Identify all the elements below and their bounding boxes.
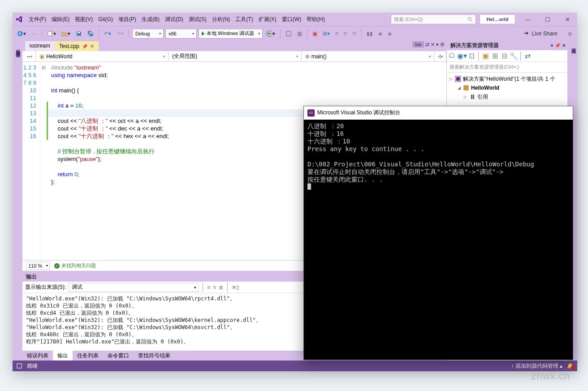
- bottom-tab-查找符号结果[interactable]: 查找符号结果: [134, 351, 175, 361]
- tab-close-icon[interactable]: ✕: [431, 42, 435, 48]
- out-btn-3[interactable]: ≣: [219, 284, 223, 291]
- platform-combo[interactable]: x86: [165, 29, 197, 39]
- status-icon: [16, 363, 22, 369]
- bottom-tab-输出[interactable]: 输出: [53, 351, 73, 361]
- menu-调试(D)[interactable]: 调试(D): [162, 13, 186, 26]
- vs-logo-icon: [13, 16, 26, 23]
- tb-icon-8[interactable]: ▮▮: [365, 28, 375, 39]
- bottom-tab-任务列表[interactable]: 任务列表: [73, 351, 103, 361]
- svg-rect-5: [78, 32, 80, 33]
- doc-tab-iostream[interactable]: iostream: [25, 41, 55, 51]
- tb-icon-6[interactable]: ≡: [342, 28, 349, 39]
- feedback-button[interactable]: ☺: [566, 28, 575, 39]
- live-share-button[interactable]: Live Share: [520, 30, 561, 37]
- sol-project[interactable]: HelloWorld: [471, 83, 499, 92]
- console-title-bar[interactable]: C\ Microsoft Visual Studio 调试控制台: [304, 106, 573, 120]
- sol-tb-4[interactable]: ▣: [481, 52, 489, 60]
- window-controls: — ☐ ✕: [518, 13, 577, 26]
- tab-menu-icon[interactable]: ▾: [436, 42, 439, 48]
- tb-icon-4[interactable]: ⊞▾: [321, 28, 332, 39]
- bottom-tab-命令窗口[interactable]: 命令窗口: [103, 351, 134, 361]
- notification-bell-icon[interactable]: 🔔: [567, 363, 574, 369]
- tab-dropdown-icon[interactable]: ⇄: [425, 42, 429, 48]
- tb-icon-10[interactable]: ◈: [386, 28, 393, 39]
- console-body[interactable]: 八进制 ：20 十进制 ：16 十六进制 ：10 Press any key t…: [304, 120, 573, 360]
- out-btn-1[interactable]: ≡: [207, 284, 210, 291]
- out-clear-button[interactable]: ✕▯: [232, 284, 239, 291]
- sol-pin-icon[interactable]: 📌: [555, 43, 560, 48]
- doc-tab-Test.cpp[interactable]: Test.cpp 📌 ✕: [55, 41, 99, 51]
- sol-tb-3[interactable]: ⊡: [467, 52, 476, 60]
- redo-button[interactable]: ↷▾: [115, 28, 125, 39]
- menu-文件(F)[interactable]: 文件(F): [26, 13, 49, 26]
- output-src-label: 显示输出来源(S):: [25, 283, 66, 291]
- out-btn-2[interactable]: ≡: [213, 284, 216, 291]
- tb-icon-3[interactable]: ▣: [311, 28, 319, 39]
- nav-project[interactable]: ▣HelloWorld: [36, 51, 169, 61]
- nav-split[interactable]: ⊹: [434, 51, 446, 61]
- new-button[interactable]: ✦▾: [45, 28, 58, 39]
- menu-扩展(X)[interactable]: 扩展(X): [256, 13, 279, 26]
- menu-项目(P)[interactable]: 项目(P): [116, 13, 139, 26]
- sol-home-icon[interactable]: [449, 52, 457, 60]
- undo-button[interactable]: ↶▾: [102, 28, 113, 39]
- run-no-debug-button[interactable]: ▶▾: [264, 28, 277, 39]
- debug-console-window: C\ Microsoft Visual Studio 调试控制台 八进制 ：20…: [304, 106, 573, 360]
- search-icon: [467, 17, 473, 22]
- tb-icon-2[interactable]: ▦: [295, 28, 304, 39]
- code-nav-row: ↔ ▣HelloWorld (全局范围) ⊕main() ⊹: [22, 51, 446, 62]
- menu-生成(B)[interactable]: 生成(B): [139, 13, 162, 26]
- open-button[interactable]: ▾: [60, 28, 72, 39]
- search-box[interactable]: 搜索 (Ctrl+Q): [391, 14, 476, 24]
- nav-scope[interactable]: (全局范围): [169, 51, 301, 61]
- watermark: znwx.cn: [532, 370, 570, 382]
- maximize-button[interactable]: ☐: [538, 13, 558, 26]
- left-tool-rail[interactable]: 服务器资源管理器: [13, 40, 22, 361]
- sol-tb-6[interactable]: ⊟: [500, 52, 508, 60]
- bottom-tab-错误列表[interactable]: 错误列表: [22, 351, 53, 361]
- share-icon: [523, 30, 530, 37]
- sol-tb-7[interactable]: 🔧: [510, 52, 518, 60]
- output-source-combo[interactable]: 调试: [69, 283, 199, 292]
- menu-工具(T)[interactable]: 工具(T): [233, 13, 255, 26]
- close-button[interactable]: ✕: [558, 13, 577, 26]
- add-to-src-control[interactable]: ↑ 添加到源代码管理 ▴: [511, 362, 562, 370]
- menu-Git(G)[interactable]: Git(G): [95, 13, 116, 26]
- menu-测试(S)[interactable]: 测试(S): [186, 13, 209, 26]
- zoom-combo[interactable]: 110 %: [26, 262, 50, 270]
- pinned-tab[interactable]: ios: [412, 41, 424, 48]
- solution-search[interactable]: 搜索解决方案资源管理器(Ctrl+;): [447, 62, 567, 73]
- svg-text:✦: ✦: [51, 30, 53, 34]
- config-combo[interactable]: Debug: [132, 29, 164, 39]
- project-selector[interactable]: Hel…orld: [480, 14, 515, 24]
- tab-gear-icon[interactable]: ⚙: [440, 42, 445, 48]
- nav-toggle[interactable]: ↔: [22, 51, 36, 61]
- tb-icon-1[interactable]: [284, 28, 294, 39]
- minimize-button[interactable]: —: [518, 13, 538, 26]
- menu-窗口(W)[interactable]: 窗口(W): [279, 13, 304, 26]
- tb-icon-9[interactable]: ◈: [376, 28, 384, 39]
- save-all-button[interactable]: [86, 28, 95, 39]
- svg-rect-12: [473, 95, 474, 99]
- fold-column[interactable]: ⊟: [40, 62, 47, 260]
- sol-dropdown-icon[interactable]: ▾: [551, 43, 553, 48]
- sol-references[interactable]: 引用: [477, 92, 488, 101]
- sol-root[interactable]: 解决方案"HelloWorld"(1 个项目/共 1 个: [463, 74, 555, 83]
- menu-视图(V)[interactable]: 视图(V): [72, 13, 95, 26]
- tb-icon-5[interactable]: ≡: [333, 28, 340, 39]
- status-ready: 就绪: [27, 362, 38, 370]
- nav-back-button[interactable]: ▾: [15, 28, 28, 39]
- svg-rect-11: [471, 95, 472, 99]
- sol-close-icon[interactable]: ✕: [562, 43, 566, 48]
- sol-tb-8[interactable]: ⇄: [523, 52, 532, 60]
- tb-icon-7[interactable]: ⊓: [350, 28, 358, 39]
- nav-fwd-button[interactable]: →: [30, 28, 39, 39]
- sol-tb-2[interactable]: ◉▾: [458, 52, 466, 60]
- save-button[interactable]: [74, 28, 84, 39]
- menu-帮助(H)[interactable]: 帮助(H): [304, 13, 328, 26]
- menu-编辑(E)[interactable]: 编辑(E): [49, 13, 72, 26]
- sol-tb-5[interactable]: ⊞: [491, 52, 499, 60]
- run-button[interactable]: 本地 Windows 调试器: [199, 29, 263, 39]
- menu-分析(N)[interactable]: 分析(N): [209, 13, 233, 26]
- nav-member[interactable]: ⊕main(): [302, 51, 434, 61]
